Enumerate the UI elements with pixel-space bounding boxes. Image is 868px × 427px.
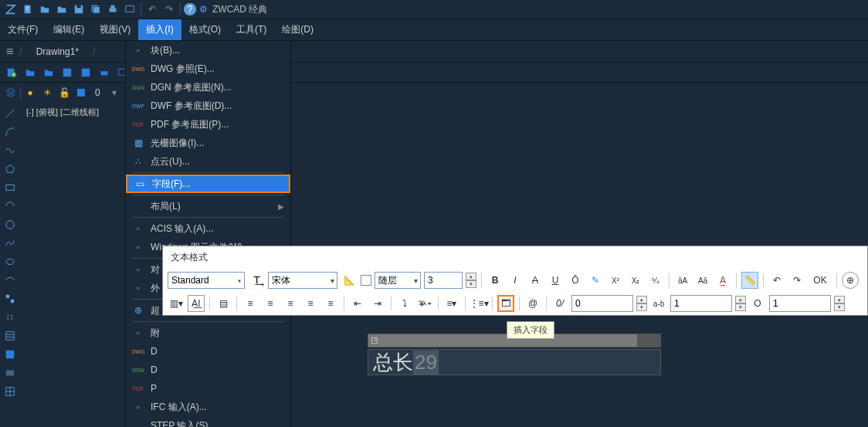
mtext-button[interactable]: A͟I (188, 295, 205, 312)
folder2-icon[interactable] (22, 64, 39, 81)
color-icon[interactable] (73, 85, 89, 100)
save2-icon[interactable] (59, 64, 76, 81)
polyline-icon[interactable] (2, 142, 19, 159)
menu-view[interactable]: 视图(V) (92, 19, 138, 40)
combine-button[interactable]: ⤵ (396, 295, 413, 312)
style-select[interactable]: Standard (168, 272, 245, 289)
align-justify-button[interactable]: ≡ (302, 295, 319, 312)
tracking-input[interactable]: 1 (670, 295, 732, 312)
rect-icon[interactable] (2, 179, 19, 196)
folder3-icon[interactable] (40, 64, 57, 81)
align-left-button[interactable]: ≡ (242, 295, 259, 312)
ruler-tab-icon[interactable]: L (370, 336, 379, 345)
width-input[interactable]: 1 (769, 295, 831, 312)
columns-button[interactable]: ▥▾ (168, 295, 185, 312)
dd-dwf[interactable]: DWFDWF 参考底图(D)... (126, 97, 290, 115)
new-icon[interactable] (20, 2, 36, 17)
font-a-button[interactable]: A̲ (714, 272, 731, 289)
spline-icon[interactable] (2, 235, 19, 252)
overline-button[interactable]: Ō (567, 272, 584, 289)
dd-raster[interactable]: ▦光栅图像(I)... (126, 134, 290, 152)
saveall-icon[interactable] (88, 2, 103, 17)
block-icon[interactable] (2, 290, 19, 307)
layer-dropdown-icon[interactable]: ▾ (107, 85, 122, 100)
symbol-button[interactable]: @ (524, 295, 541, 312)
ellipse-arc-icon[interactable] (2, 272, 19, 289)
dd-att[interactable]: ▫附 (126, 324, 290, 342)
polygon-icon[interactable] (2, 161, 19, 178)
save-icon[interactable] (71, 2, 86, 17)
undo-icon[interactable]: ↶ (144, 2, 160, 17)
open2-icon[interactable] (54, 2, 70, 17)
numbering-button[interactable]: ⅌▾ (416, 295, 433, 312)
print-icon[interactable] (105, 2, 120, 17)
table-icon[interactable] (2, 383, 19, 400)
size-input[interactable]: 3 (424, 272, 463, 289)
dd-field[interactable]: ▭字段(F)... (126, 175, 290, 193)
ruler-end[interactable] (637, 334, 660, 347)
superscript-button[interactable]: X² (607, 272, 624, 289)
point-icon[interactable]: ∷ (2, 309, 19, 326)
save3-icon[interactable] (77, 64, 94, 81)
bold-button[interactable]: B (487, 272, 504, 289)
arc-icon[interactable] (2, 124, 19, 141)
menu-format[interactable]: 格式(O) (181, 19, 229, 40)
dd-pointcloud[interactable]: ∴点云(U)... (126, 152, 290, 171)
bullets-button[interactable]: ⋮≡▾ (470, 295, 487, 312)
italic-button[interactable]: I (507, 272, 524, 289)
open-icon[interactable] (37, 2, 53, 17)
gradient-icon[interactable] (2, 346, 19, 363)
viewport-label[interactable]: [-] [俯视] [二维线框] (26, 107, 99, 118)
dd-layout[interactable]: 布局(L)▶ (126, 197, 290, 215)
dd-dwg2[interactable]: DWGD (126, 342, 290, 361)
menu-draw[interactable]: 绘图(D) (274, 19, 321, 40)
dd-pdf[interactable]: PDFPDF 参考底图(P)... (126, 115, 290, 134)
tracking-spinner[interactable]: ▴▾ (735, 296, 746, 311)
menu-tools[interactable]: 工具(T) (229, 19, 274, 40)
arc2-icon[interactable] (2, 198, 19, 215)
insert-field-button[interactable]: 🗔 (497, 295, 514, 312)
ruler-button[interactable]: 📏 (741, 272, 758, 289)
linespace-button[interactable]: ≡▾ (443, 295, 460, 312)
subscript-button[interactable]: X₂ (627, 272, 644, 289)
redo-te-button[interactable]: ↷ (788, 272, 805, 289)
sun-icon[interactable]: ☀ (39, 85, 55, 100)
region-icon[interactable] (2, 364, 19, 381)
ellipse-icon[interactable] (2, 253, 19, 270)
oblique-spinner[interactable]: ▴▾ (636, 296, 647, 311)
dd-acis[interactable]: ▫ACIS 输入(A)... (126, 219, 290, 238)
size-spinner[interactable]: ▴▾ (466, 273, 476, 288)
circle-icon[interactable] (2, 216, 19, 233)
indent-right-button[interactable]: ⇥ (369, 295, 386, 312)
menu-edit[interactable]: 编辑(E) (46, 19, 92, 40)
layer-name[interactable]: 0 (90, 87, 105, 98)
oblique-input[interactable]: 0 (571, 295, 633, 312)
lock-icon[interactable]: 🔓 (56, 85, 72, 100)
strike-button[interactable]: A (527, 272, 544, 289)
align-dist-button[interactable]: ≡ (322, 295, 339, 312)
align-center-button[interactable]: ≡ (262, 295, 279, 312)
print2-icon[interactable] (96, 64, 113, 81)
annotative-icon[interactable]: 📐 (341, 272, 358, 289)
dd-pdf2[interactable]: PDFP (126, 379, 290, 398)
hatch-icon[interactable] (2, 327, 19, 344)
dd-block[interactable]: ▫块(B)... (126, 41, 290, 59)
width-spinner[interactable]: ▴▾ (834, 296, 845, 311)
ok-button[interactable]: OK (809, 272, 832, 289)
hamburger-icon[interactable]: ≡ (6, 45, 13, 59)
line-icon[interactable] (2, 105, 19, 122)
stack-button[interactable]: ᵇ⁄ₐ (647, 272, 664, 289)
font-select[interactable]: 宋体 (268, 272, 337, 289)
drawing-tab[interactable]: Drawing1* (29, 43, 86, 60)
new2-icon[interactable] (3, 64, 20, 81)
undo-te-button[interactable]: ↶ (768, 272, 785, 289)
redo-icon[interactable]: ↷ (161, 2, 177, 17)
menu-file[interactable]: 文件(F) (0, 19, 46, 40)
align-right-button[interactable]: ≡ (282, 295, 299, 312)
underline-button[interactable]: U (547, 272, 564, 289)
dd-ifc[interactable]: ▫IFC 输入(A)... (126, 398, 290, 416)
lowercase-button[interactable]: Aā (694, 272, 711, 289)
layer-select[interactable]: 随层 (375, 272, 421, 289)
justify-tl-button[interactable]: ▤ (215, 295, 232, 312)
dd-step[interactable]: STEP 输入(S) (126, 416, 290, 427)
